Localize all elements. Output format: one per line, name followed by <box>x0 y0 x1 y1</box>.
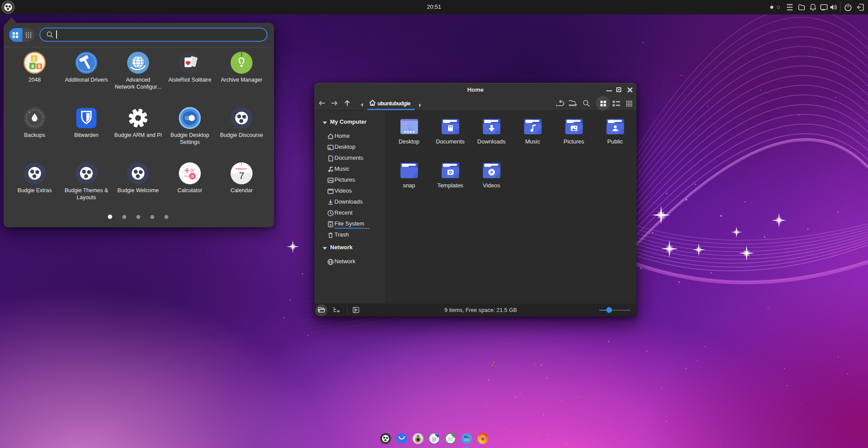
svg-text:4: 4 <box>31 64 34 69</box>
svg-text:2: 2 <box>33 56 36 61</box>
svg-text:8: 8 <box>38 64 41 69</box>
svg-text:FRIDAY: FRIDAY <box>236 167 247 170</box>
svg-text:7: 7 <box>239 170 244 181</box>
